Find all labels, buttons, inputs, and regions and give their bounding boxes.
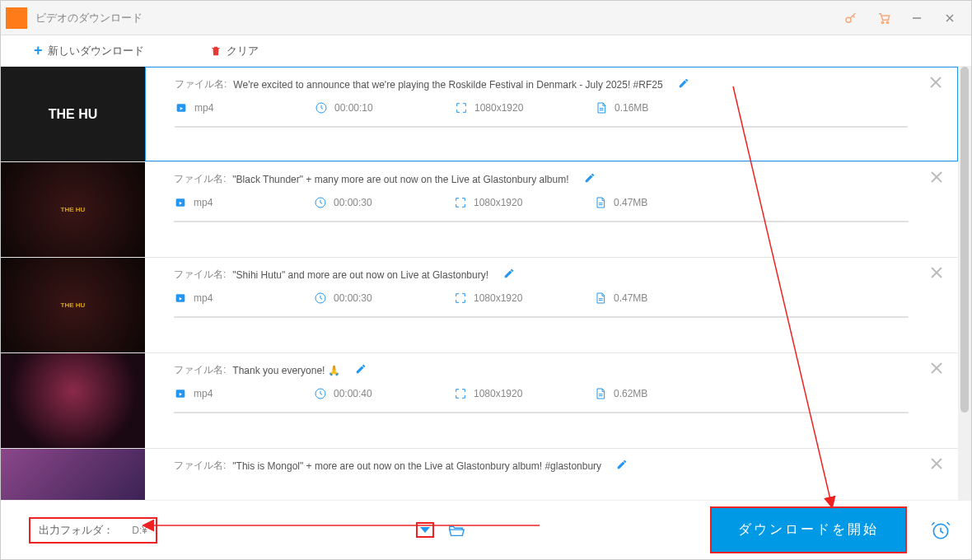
scrollbar-thumb[interactable] [960, 67, 969, 413]
download-item[interactable]: ファイル名: Thank you everyone! 🙏 mp4 00:00:4… [1, 353, 958, 449]
footer: 出力フォルダ： D:¥ ダウンロードを開始 [1, 500, 971, 559]
remove-item-button[interactable] [930, 362, 943, 375]
remove-item-button[interactable] [930, 457, 943, 470]
remove-item-button[interactable] [930, 170, 943, 184]
item-details: ファイル名: We're excited to announce that we… [145, 67, 958, 161]
format-cell: mp4 [175, 101, 315, 114]
resolution-value: 1080x1920 [474, 388, 522, 399]
resolution-cell: 1080x1920 [454, 196, 594, 209]
output-folder-group: 出力フォルダ： D:¥ [29, 517, 157, 544]
download-item[interactable]: ファイル名: "This is Mongol" + more are out n… [1, 449, 958, 500]
clear-button[interactable]: クリア [210, 44, 259, 58]
edit-filename-button[interactable] [347, 363, 367, 377]
edit-filename-button[interactable] [576, 172, 596, 186]
toolbar: + 新しいダウンロード クリア [1, 35, 971, 67]
window-title: ビデオのダウンロード [35, 11, 143, 26]
filename-row: ファイル名: "Black Thunder" + many more are o… [174, 172, 909, 186]
filename-label: ファイル名: [174, 363, 226, 377]
format-cell: mp4 [174, 196, 314, 209]
progress-bar [175, 126, 908, 128]
size-cell: 0.47MB [594, 196, 734, 209]
duration-value: 00:00:30 [334, 292, 372, 304]
format-value: mp4 [194, 197, 213, 208]
duration-cell: 00:00:30 [314, 292, 454, 305]
svg-point-2 [886, 21, 888, 23]
thumbnail [1, 449, 145, 500]
duration-cell: 00:00:30 [314, 196, 454, 209]
meta-row: mp4 00:00:30 1080x1920 0.47MB [174, 196, 909, 209]
folder-open-icon[interactable] [447, 521, 465, 539]
download-item[interactable]: THE HU ファイル名: We're excited to announce … [1, 67, 958, 162]
progress-bar [174, 221, 909, 222]
format-cell: mp4 [174, 292, 314, 305]
app-window: ビデオのダウンロード + 新しいダウンロード クリア THE HU [0, 0, 972, 560]
filename-row: ファイル名: We're excited to announce that we… [175, 77, 908, 91]
duration-value: 00:00:10 [334, 102, 373, 114]
format-value: mp4 [194, 388, 213, 399]
duration-value: 00:00:40 [334, 388, 372, 399]
size-cell: 0.47MB [594, 292, 734, 305]
filename-value: "Shihi Hutu" and more are out now on Liv… [232, 269, 488, 281]
output-folder-label: 出力フォルダ： [39, 523, 114, 538]
key-icon[interactable] [834, 2, 867, 35]
titlebar: ビデオのダウンロード [1, 1, 971, 35]
start-download-button[interactable]: ダウンロードを開始 [712, 508, 905, 552]
duration-value: 00:00:30 [334, 197, 372, 208]
new-download-button[interactable]: + 新しいダウンロード [34, 42, 144, 59]
download-item[interactable]: THE HU ファイル名: "Black Thunder" + many mor… [1, 162, 958, 258]
filename-row: ファイル名: Thank you everyone! 🙏 [174, 363, 909, 377]
meta-row: mp4 00:00:40 1080x1920 0.62MB [174, 387, 909, 400]
resolution-cell: 1080x1920 [455, 101, 595, 114]
edit-filename-button[interactable] [608, 459, 628, 473]
size-cell: 0.16MB [595, 101, 735, 114]
size-value: 0.47MB [614, 292, 647, 304]
scrollbar[interactable] [958, 67, 971, 500]
new-download-label: 新しいダウンロード [48, 44, 144, 58]
resolution-value: 1080x1920 [474, 292, 522, 304]
filename-value: Thank you everyone! 🙏 [232, 365, 339, 376]
download-item[interactable]: THE HU ファイル名: "Shihi Hutu" and more are … [1, 258, 958, 353]
filename-value: We're excited to announce that we're pla… [233, 79, 662, 91]
resolution-cell: 1080x1920 [454, 387, 594, 400]
item-details: ファイル名: Thank you everyone! 🙏 mp4 00:00:4… [145, 353, 958, 448]
resolution-value: 1080x1920 [474, 102, 523, 114]
thumbnail: THE HU [1, 258, 145, 352]
resolution-value: 1080x1920 [474, 197, 522, 208]
cart-icon[interactable] [867, 2, 900, 35]
remove-item-button[interactable] [929, 76, 942, 89]
format-value: mp4 [194, 102, 213, 114]
progress-bar [174, 316, 909, 318]
filename-value: "This is Mongol" + more are out now on t… [232, 460, 601, 472]
item-details: ファイル名: "Black Thunder" + many more are o… [145, 162, 958, 257]
path-dropdown[interactable] [416, 522, 434, 538]
item-details: ファイル名: "Shihi Hutu" and more are out now… [145, 258, 958, 352]
duration-cell: 00:00:40 [314, 387, 454, 400]
filename-label: ファイル名: [174, 459, 226, 473]
content-area: THE HU ファイル名: We're excited to announce … [1, 67, 971, 500]
filename-label: ファイル名: [174, 172, 226, 186]
resolution-cell: 1080x1920 [454, 292, 594, 305]
format-cell: mp4 [174, 387, 314, 400]
thumbnail [1, 353, 145, 448]
edit-filename-button[interactable] [670, 77, 689, 91]
close-button[interactable] [933, 2, 966, 35]
output-path: D:¥ [119, 525, 147, 536]
progress-bar [174, 412, 909, 413]
size-value: 0.16MB [615, 102, 648, 114]
size-value: 0.62MB [614, 388, 647, 399]
thumbnail: THE HU [1, 67, 145, 161]
filename-label: ファイル名: [174, 268, 226, 282]
minimize-button[interactable] [900, 2, 933, 35]
filename-value: "Black Thunder" + many more are out now … [232, 174, 568, 185]
remove-item-button[interactable] [930, 266, 943, 279]
alarm-clock-icon[interactable] [930, 520, 951, 541]
duration-cell: 00:00:10 [315, 101, 455, 114]
trash-icon [210, 45, 222, 57]
meta-row: mp4 00:00:30 1080x1920 0.47MB [174, 292, 909, 305]
edit-filename-button[interactable] [495, 268, 515, 282]
thumbnail: THE HU [1, 162, 145, 257]
svg-point-1 [881, 21, 883, 23]
filename-label: ファイル名: [175, 77, 227, 91]
filename-row: ファイル名: "Shihi Hutu" and more are out now… [174, 268, 909, 282]
download-list: THE HU ファイル名: We're excited to announce … [1, 67, 958, 500]
